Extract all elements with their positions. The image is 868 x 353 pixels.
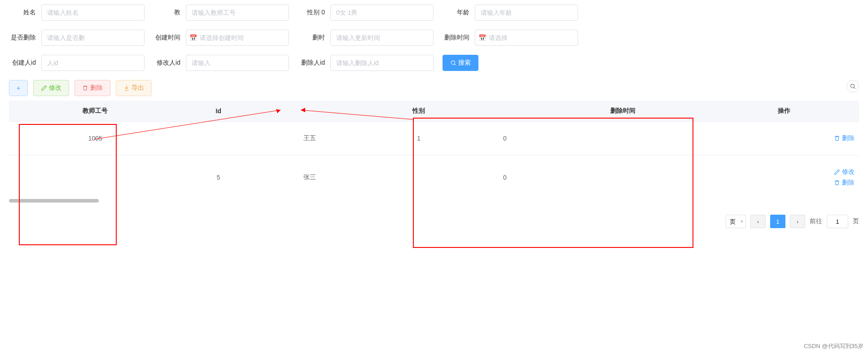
edit-button[interactable]: 修改 bbox=[33, 80, 69, 96]
cell-teacher-id bbox=[9, 155, 182, 200]
page-suffix: 页 bbox=[853, 217, 859, 225]
form-item-age: 年龄 bbox=[443, 4, 578, 21]
cell-action: 修改 删除 bbox=[709, 155, 859, 200]
input-creator-id[interactable] bbox=[41, 55, 145, 71]
th-name bbox=[255, 101, 364, 122]
input-age[interactable] bbox=[475, 4, 578, 21]
calendar-icon: 📅 bbox=[189, 34, 197, 41]
delete-button[interactable]: 删除 bbox=[75, 80, 110, 96]
svg-line-1 bbox=[454, 64, 456, 65]
label-name: 姓名 bbox=[9, 9, 36, 17]
next-page-button[interactable]: › bbox=[790, 215, 805, 228]
form-item-creator-id: 创建人id bbox=[9, 55, 145, 71]
label-teacher-id: 教 bbox=[153, 9, 180, 17]
label-delete-time: 删除时间 bbox=[443, 34, 469, 42]
table-row[interactable]: 5 张三 0 修改 删除 bbox=[9, 155, 859, 200]
cell-gender bbox=[364, 155, 473, 200]
form-item-updater-id: 修改人id bbox=[153, 55, 289, 71]
calendar-icon: 📅 bbox=[478, 34, 486, 41]
page-size-select[interactable]: 页 bbox=[726, 215, 746, 228]
input-create-time[interactable] bbox=[186, 30, 289, 46]
search-form-row-2: 是否删除 创建时间 📅 删时 删除时间 📅 bbox=[9, 30, 859, 46]
cell-status: 0 bbox=[473, 155, 537, 200]
form-item-name: 姓名 bbox=[9, 4, 145, 21]
th-gender: 性别 bbox=[364, 101, 473, 122]
input-delete-time[interactable] bbox=[475, 30, 578, 46]
search-label: 搜索 bbox=[458, 59, 471, 67]
form-item-teacher-id: 教 bbox=[153, 4, 289, 21]
form-item-delete-time: 删除时间 📅 bbox=[443, 30, 578, 46]
search-form-row-1: 姓名 教 性别 0 年龄 bbox=[9, 4, 859, 21]
form-item-gender: 性别 0 bbox=[298, 4, 434, 21]
input-update-time[interactable] bbox=[330, 30, 434, 46]
input-updater-id[interactable] bbox=[186, 55, 289, 71]
th-delete-time: 删除时间 bbox=[536, 101, 709, 122]
goto-page-input[interactable] bbox=[827, 215, 848, 228]
row-delete-link[interactable]: 删除 bbox=[834, 179, 855, 187]
search-toggle-button[interactable] bbox=[846, 80, 859, 93]
label-gender: 性别 0 bbox=[298, 9, 325, 17]
toolbar: + 修改 删除 导出 bbox=[9, 80, 859, 96]
th-status bbox=[473, 101, 537, 122]
cell-gender: 1 bbox=[364, 122, 473, 155]
th-id: Id bbox=[182, 101, 255, 122]
table-row[interactable]: 1005 王五 1 0 删除 bbox=[9, 122, 859, 155]
label-age: 年龄 bbox=[443, 9, 469, 17]
label-creator-id: 创建人id bbox=[9, 59, 36, 67]
data-table: 教师工号 Id 性别 删除时间 操作 1005 王五 1 0 删除 bbox=[9, 101, 859, 200]
page-number-button[interactable]: 1 bbox=[770, 215, 785, 228]
search-icon bbox=[850, 83, 856, 89]
trash-icon bbox=[834, 180, 840, 186]
input-teacher-id[interactable] bbox=[186, 4, 289, 21]
cell-action: 删除 bbox=[709, 122, 859, 155]
cell-delete-time bbox=[536, 122, 709, 155]
pagination: 页 ▾ ‹ 1 › 前往 页 bbox=[9, 215, 859, 228]
cell-id: 5 bbox=[182, 155, 255, 200]
svg-point-0 bbox=[451, 61, 455, 64]
horizontal-scrollbar[interactable] bbox=[9, 199, 859, 203]
label-update-time: 删时 bbox=[298, 34, 325, 42]
cell-id bbox=[182, 122, 255, 155]
row-delete-link[interactable]: 删除 bbox=[834, 134, 855, 142]
cell-teacher-id: 1005 bbox=[9, 122, 182, 155]
row-edit-link[interactable]: 修改 bbox=[834, 168, 855, 176]
export-button[interactable]: 导出 bbox=[116, 80, 152, 96]
plus-icon: + bbox=[17, 84, 20, 92]
cell-name: 张三 bbox=[255, 155, 364, 200]
label-updater-id: 修改人id bbox=[153, 59, 180, 67]
input-gender[interactable] bbox=[330, 4, 434, 21]
export-label: 导出 bbox=[132, 84, 144, 92]
th-teacher-id: 教师工号 bbox=[9, 101, 182, 122]
form-item-deleter-id: 删除人id bbox=[298, 55, 434, 71]
label-deleter-id: 删除人id bbox=[298, 59, 325, 67]
cell-delete-time bbox=[536, 155, 709, 200]
svg-line-3 bbox=[854, 87, 855, 88]
edit-label: 修改 bbox=[49, 84, 61, 92]
form-item-update-time: 删时 bbox=[298, 30, 434, 46]
label-deleted: 是否删除 bbox=[9, 34, 36, 42]
cell-status: 0 bbox=[473, 122, 537, 155]
form-item-deleted: 是否删除 bbox=[9, 30, 145, 46]
input-deleter-id[interactable] bbox=[330, 55, 434, 71]
edit-icon bbox=[41, 85, 47, 91]
trash-icon bbox=[834, 135, 840, 141]
trash-icon bbox=[82, 85, 88, 91]
download-icon bbox=[123, 85, 130, 91]
search-icon bbox=[450, 60, 456, 66]
label-create-time: 创建时间 bbox=[153, 34, 180, 42]
svg-point-2 bbox=[850, 84, 854, 88]
search-form-row-3: 创建人id 修改人id 删除人id 搜索 bbox=[9, 55, 859, 71]
input-name[interactable] bbox=[41, 4, 145, 21]
input-deleted[interactable] bbox=[41, 30, 145, 46]
table-header: 教师工号 Id 性别 删除时间 操作 bbox=[9, 101, 859, 122]
edit-icon bbox=[834, 169, 840, 175]
search-button[interactable]: 搜索 bbox=[443, 55, 478, 71]
th-action: 操作 bbox=[709, 101, 859, 122]
prev-page-button[interactable]: ‹ bbox=[750, 215, 766, 228]
add-button[interactable]: + bbox=[9, 80, 28, 96]
cell-name: 王五 bbox=[255, 122, 364, 155]
form-item-create-time: 创建时间 📅 bbox=[153, 30, 289, 46]
delete-label: 删除 bbox=[90, 84, 103, 92]
goto-label: 前往 bbox=[810, 217, 822, 225]
